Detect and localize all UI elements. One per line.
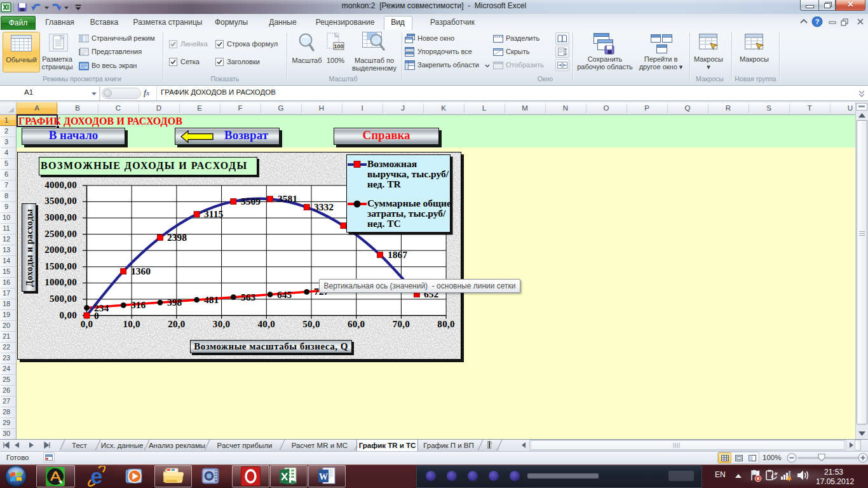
svg-text:W: W (319, 472, 328, 482)
svg-text:100: 100 (334, 43, 343, 50)
svg-text:?: ? (815, 18, 820, 25)
svg-text:e: e (91, 466, 103, 487)
